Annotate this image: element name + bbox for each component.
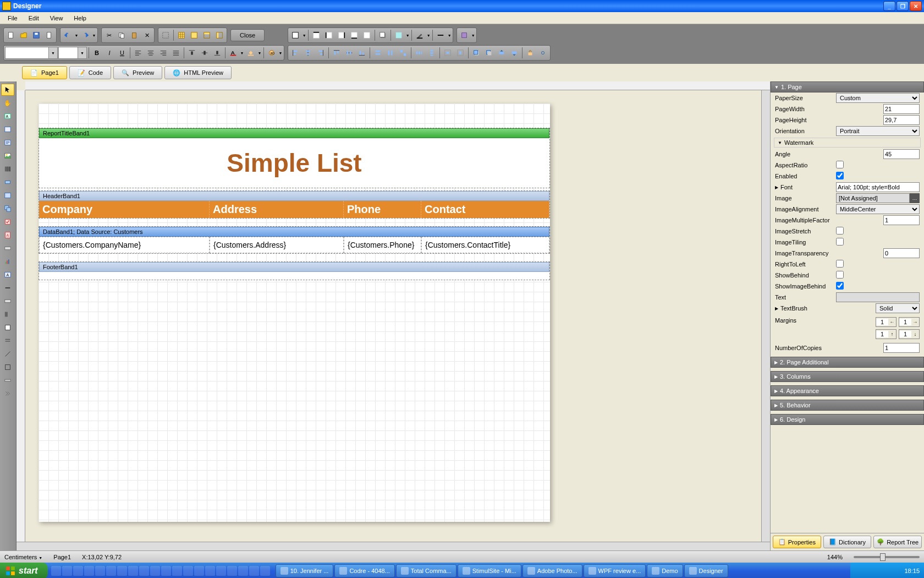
border-right-icon[interactable]	[336, 29, 348, 41]
center-h-icon[interactable]	[442, 47, 454, 59]
tool-roundprim[interactable]	[1, 308, 14, 320]
border-dropdown[interactable]: ▼	[302, 29, 306, 41]
tool-barcode[interactable]	[1, 163, 14, 175]
ql-item[interactable]	[117, 566, 127, 576]
prop-imagestretch-input[interactable]	[836, 227, 844, 235]
italic-icon[interactable]: I	[103, 47, 116, 59]
task-item[interactable]: Codre - 4048...	[334, 564, 394, 577]
prop-imagealign-input[interactable]: MiddleCenter	[836, 204, 920, 214]
link-icon[interactable]	[537, 47, 549, 59]
header-company[interactable]: Company	[39, 201, 210, 218]
section-appearance[interactable]: ▶4. Appearance	[771, 385, 924, 396]
border-style-dropdown[interactable]: ▼	[447, 29, 452, 41]
ql-item[interactable]	[227, 566, 237, 576]
align-top-edges-icon[interactable]	[331, 47, 343, 59]
ql-item[interactable]	[73, 566, 83, 576]
align-left-icon[interactable]	[132, 47, 144, 59]
redo-dropdown[interactable]: ▼	[92, 29, 96, 41]
tool-textcell[interactable]	[1, 123, 14, 135]
tab-preview[interactable]: 🔍 Preview	[113, 66, 162, 79]
tool-container[interactable]	[1, 321, 14, 334]
border-color-dropdown[interactable]: ▼	[426, 29, 431, 41]
status-units[interactable]: Centimeters ▼	[4, 554, 42, 560]
prop-angle-input[interactable]	[883, 149, 920, 159]
tool-clone[interactable]	[1, 203, 14, 215]
tool-line[interactable]	[1, 348, 14, 360]
tool-subreport[interactable]: A	[1, 229, 14, 241]
footer-band[interactable]: FooterBand1	[38, 261, 550, 280]
textbrush-expander[interactable]: ▶	[775, 306, 778, 311]
ql-item[interactable]	[95, 566, 105, 576]
text-color-dropdown[interactable]: ▼	[240, 47, 244, 59]
align-grid-icon[interactable]	[188, 29, 200, 41]
show-headers-icon[interactable]	[201, 29, 213, 41]
header-band[interactable]: HeaderBand1 Company Address Phone Contac…	[38, 190, 550, 219]
ql-item[interactable]	[84, 566, 94, 576]
ql-item[interactable]	[51, 566, 61, 576]
header-address[interactable]: Address	[210, 201, 344, 218]
prop-showimagebehind-input[interactable]	[836, 282, 844, 290]
prop-pagewidth-input[interactable]	[883, 104, 920, 114]
data-band-header[interactable]: DataBand1; Data Source: Customers	[39, 227, 549, 237]
style-designer-icon[interactable]: ab	[266, 47, 278, 59]
back-color-icon[interactable]	[245, 47, 257, 59]
horizontal-ruler[interactable]	[25, 81, 770, 90]
report-title-band[interactable]: ReportTitleBand1 Simple List	[38, 128, 550, 188]
data-contact[interactable]: {Customers.ContactTitle}	[421, 237, 549, 253]
save-icon[interactable]	[30, 29, 42, 41]
border-none-icon[interactable]	[361, 29, 373, 41]
task-item[interactable]: Total Comma...	[396, 564, 457, 577]
tab-page[interactable]: 📄 Page1	[22, 66, 67, 79]
tool-pointer[interactable]	[1, 84, 14, 96]
ql-item[interactable]	[194, 566, 204, 576]
prop-showbehind-input[interactable]	[836, 271, 844, 279]
bold-icon[interactable]: B	[91, 47, 103, 59]
panel-tab-reporttree[interactable]: 🌳Report Tree	[873, 536, 922, 548]
valign-middle-icon[interactable]	[199, 47, 211, 59]
tool-shape[interactable]	[1, 176, 14, 188]
new-icon[interactable]	[5, 29, 17, 41]
align-right-icon[interactable]	[157, 47, 169, 59]
fill-color-icon[interactable]	[393, 29, 405, 41]
ql-item[interactable]	[161, 566, 171, 576]
tray-icon[interactable]	[855, 567, 862, 575]
section-behavior[interactable]: ▶5. Behavior	[771, 400, 924, 411]
valign-top-icon[interactable]	[186, 47, 198, 59]
undo-icon[interactable]	[62, 29, 74, 41]
redo-icon[interactable]	[79, 29, 91, 41]
report-title-text[interactable]: Simple List	[227, 148, 361, 178]
tray-icon[interactable]	[894, 567, 902, 575]
ql-item[interactable]	[139, 566, 149, 576]
watermark-expander[interactable]: ▼Watermark	[774, 138, 921, 148]
zoom-slider[interactable]	[854, 556, 920, 558]
report-title-band-header[interactable]: ReportTitleBand1	[39, 128, 549, 138]
lock-icon[interactable]	[524, 47, 536, 59]
same-width-icon[interactable]	[372, 47, 384, 59]
prop-imagetrans-input[interactable]	[883, 248, 920, 258]
same-height-icon[interactable]	[384, 47, 397, 59]
tool-rectprim[interactable]	[1, 295, 14, 307]
margin-bottom-input[interactable]	[899, 331, 911, 337]
ql-item[interactable]	[62, 566, 72, 576]
tool-cross[interactable]	[1, 335, 14, 347]
tool-band[interactable]	[1, 374, 14, 386]
align-right-edges-icon[interactable]	[315, 47, 327, 59]
show-rulers-icon[interactable]	[213, 29, 226, 41]
border-all-icon[interactable]	[289, 29, 301, 41]
maximize-button[interactable]: ❐	[897, 1, 909, 11]
vertical-scrollbar[interactable]	[761, 90, 770, 542]
conditions-dropdown[interactable]: ▼	[471, 29, 475, 41]
font-size-combo[interactable]: ▼	[58, 47, 87, 59]
prop-papersize-input[interactable]: Custom	[836, 93, 920, 103]
prop-rtl-input[interactable]	[836, 260, 844, 268]
header-band-header[interactable]: HeaderBand1	[39, 191, 549, 201]
ql-item[interactable]	[238, 566, 248, 576]
border-left-icon[interactable]	[323, 29, 335, 41]
open-icon[interactable]	[18, 29, 30, 41]
tool-vline[interactable]	[1, 282, 14, 294]
panel-tab-properties[interactable]: 📋Properties	[773, 536, 821, 548]
ql-item[interactable]	[260, 566, 270, 576]
same-size-icon[interactable]	[397, 47, 409, 59]
border-top-icon[interactable]	[310, 29, 322, 41]
font-family-combo[interactable]: ▼	[5, 47, 58, 59]
